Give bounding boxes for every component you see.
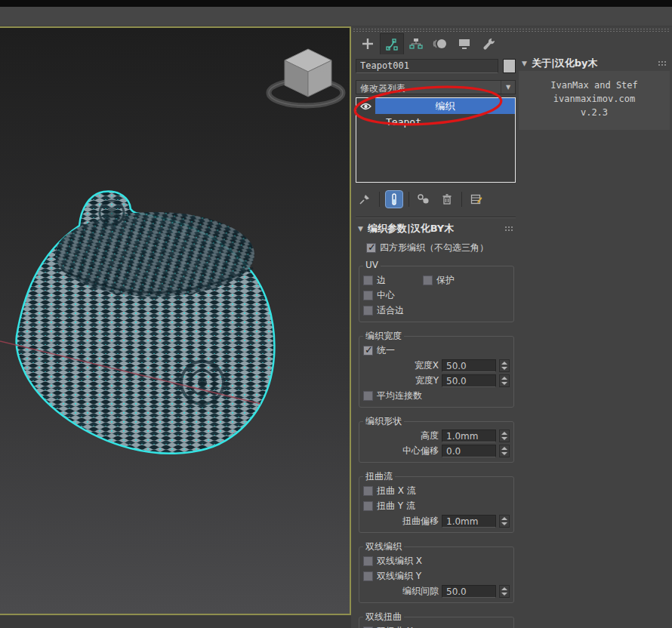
about-website: ivanmaximov.com [522, 94, 667, 104]
center-offset-spinner[interactable] [499, 445, 510, 457]
about-version: v.2.3 [522, 107, 667, 118]
weave-gap-field[interactable]: 50.0 [442, 585, 496, 598]
panel-separator [356, 217, 516, 218]
hierarchy-icon [409, 37, 423, 51]
command-panel: 修改器列表 ▼ 编织 Teapot [351, 26, 672, 628]
width-y-spinner[interactable] [499, 374, 510, 387]
uv-edge-checkbox[interactable] [363, 276, 373, 285]
display-tab[interactable] [452, 33, 476, 54]
pin-stack-button[interactable] [356, 190, 374, 208]
remove-modifier-button[interactable] [438, 190, 456, 208]
height-field[interactable]: 1.0mm [442, 429, 496, 442]
make-unique-icon [417, 193, 430, 205]
weave-gap-spinner[interactable] [499, 585, 510, 598]
height-spinner[interactable] [499, 429, 510, 442]
double-weave-x-checkbox[interactable] [363, 556, 373, 566]
uv-group: UV 边 保护 中心 适合边 [359, 266, 514, 322]
trash-icon [442, 193, 452, 205]
modifier-list-label: 修改器列表 [356, 81, 501, 94]
utilities-tab[interactable] [476, 33, 501, 54]
motion-tab[interactable] [428, 33, 452, 54]
uv-center-checkbox[interactable] [363, 291, 373, 300]
rollout-collapse-icon: ▼ [522, 60, 527, 67]
width-y-field[interactable]: 50.0 [442, 374, 496, 387]
object-name-field[interactable] [356, 59, 498, 73]
stack-item-weave[interactable]: 编织 [356, 98, 515, 114]
quad-weave-row: 四方形编织（不勾选三角） [366, 240, 516, 255]
weave-width-group: 编织宽度 统一 宽度X 50.0 宽度Y 50.0 平均连接数 [359, 336, 514, 408]
stack-item-teapot[interactable]: Teapot [356, 114, 515, 129]
configure-sets-icon [470, 193, 482, 205]
rollout-grip-icon [504, 226, 513, 232]
command-panel-tabs [356, 33, 516, 54]
weave-shape-group: 编织形状 高度 1.0mm 中心偏移 0.0 [359, 421, 514, 463]
rollout-collapse-icon: ▼ [358, 225, 363, 232]
double-weave-group: 双线编织 双线编织 X 双线编织 Y 编织间隙 50.0 [359, 546, 514, 603]
create-icon [361, 37, 375, 51]
twist-x-checkbox[interactable] [363, 486, 373, 496]
about-authors: IvanMax and Stef [522, 80, 667, 91]
double-weave-y-checkbox[interactable] [363, 571, 373, 581]
twist-offset-spinner[interactable] [499, 515, 510, 528]
pin-icon [359, 193, 371, 205]
params-rollout-header[interactable]: ▼ 编织参数|汉化BY木 [356, 221, 516, 236]
width-x-field[interactable]: 50.0 [442, 359, 496, 372]
about-rollout-body: IvanMax and Stef ivanmaximov.com v.2.3 [519, 71, 670, 130]
display-icon [458, 37, 471, 51]
modify-icon [385, 38, 399, 51]
stack-toolbar [356, 188, 516, 211]
twist-y-checkbox[interactable] [363, 501, 373, 511]
twist-flow-group: 扭曲流 扭曲 X 流 扭曲 Y 流 扭曲偏移 1.0mm [359, 476, 514, 533]
uv-protect-checkbox[interactable] [423, 276, 433, 285]
quad-weave-checkbox[interactable] [366, 243, 376, 253]
width-x-spinner[interactable] [499, 359, 510, 372]
panel-column-right: ▼ 关于|汉化by木 IvanMax and Stef ivanmaximov.… [519, 33, 670, 628]
viewport[interactable] [0, 26, 351, 615]
test-tube-icon [390, 193, 399, 205]
show-end-result-button[interactable] [385, 190, 403, 208]
hierarchy-tab[interactable] [404, 33, 428, 54]
panel-grip [353, 28, 670, 32]
modify-tab[interactable] [380, 33, 404, 54]
stack-item-label: 编织 [375, 98, 515, 114]
status-strip [0, 617, 351, 628]
twist-offset-field[interactable]: 1.0mm [442, 515, 496, 528]
motion-icon [433, 37, 448, 51]
about-rollout-title: 关于|汉化by木 [532, 57, 653, 70]
create-tab[interactable] [356, 33, 380, 54]
about-rollout-header[interactable]: ▼ 关于|汉化by木 [519, 56, 670, 70]
avg-connections-checkbox[interactable] [363, 391, 373, 401]
modifier-stack: 编织 Teapot [356, 97, 516, 183]
main-toolbar [0, 7, 672, 26]
double-twist-group: 双线扭曲 双扭曲 X 双扭曲 Y 扭曲偏移 0.1mm [359, 617, 514, 628]
center-offset-field[interactable]: 0.0 [442, 445, 496, 457]
chevron-down-icon: ▼ [501, 81, 515, 94]
configure-modifier-sets-button[interactable] [467, 190, 486, 208]
panel-column-left: 修改器列表 ▼ 编织 Teapot [356, 33, 516, 628]
uv-fit-edge-checkbox[interactable] [363, 306, 373, 316]
rollout-grip-icon [658, 60, 667, 66]
window-titlebar [0, 0, 672, 7]
modifier-list-dropdown[interactable]: 修改器列表 ▼ [356, 80, 516, 94]
make-unique-button[interactable] [415, 190, 433, 208]
utilities-icon [482, 37, 495, 51]
params-rollout-title: 编织参数|汉化BY木 [368, 222, 500, 236]
visibility-eye-icon[interactable] [356, 98, 375, 114]
stack-base-label: Teapot [375, 114, 515, 129]
object-color-swatch[interactable] [503, 59, 516, 73]
uniform-checkbox[interactable] [363, 346, 373, 356]
